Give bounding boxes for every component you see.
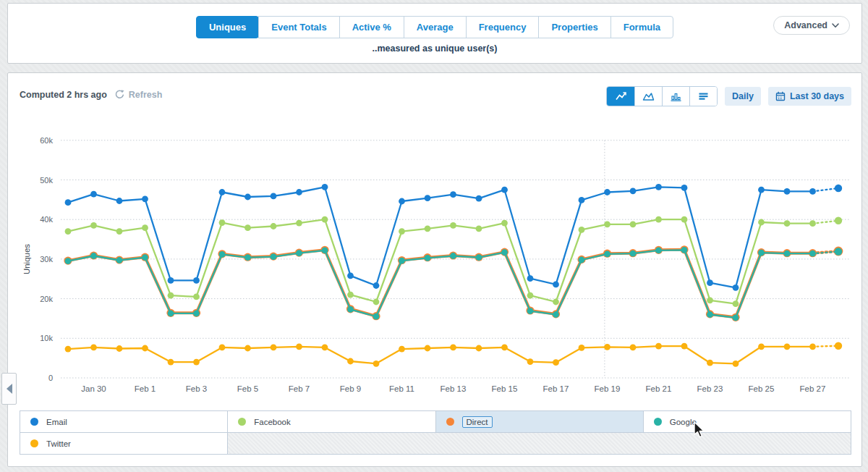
- stacked-chart-icon: [697, 90, 710, 102]
- bar-chart-icon: [670, 90, 682, 102]
- legend-label-email: Email: [46, 418, 67, 426]
- legend-item-email[interactable]: Email: [20, 411, 228, 433]
- calendar-icon: [775, 91, 786, 101]
- svg-text:Feb 25: Feb 25: [749, 384, 775, 393]
- chart-legend: EmailFacebookDirectGoogleTwitter: [20, 410, 851, 455]
- tab-event-totals[interactable]: Event Totals: [258, 16, 339, 38]
- legend-item-direct[interactable]: Direct: [436, 411, 644, 433]
- tab-formula[interactable]: Formula: [610, 16, 673, 38]
- svg-text:Uniques: Uniques: [22, 244, 31, 274]
- chart-panel: Computed 2 hrs ago Refresh: [7, 72, 862, 467]
- svg-text:Feb 13: Feb 13: [441, 384, 467, 393]
- svg-text:50k: 50k: [40, 176, 53, 185]
- legend-empty-cells: [228, 433, 851, 455]
- tab-properties[interactable]: Properties: [538, 16, 610, 38]
- svg-text:Feb 7: Feb 7: [289, 384, 310, 393]
- area-chart-icon: [642, 90, 655, 102]
- svg-text:Feb 3: Feb 3: [186, 384, 207, 393]
- legend-item-facebook[interactable]: Facebook: [228, 411, 435, 433]
- svg-text:10k: 10k: [40, 334, 53, 342]
- date-range-button[interactable]: Last 30 days: [768, 87, 851, 106]
- daily-interval-button[interactable]: Daily: [725, 87, 761, 106]
- area-chart-view-button[interactable]: [634, 87, 662, 106]
- legend-dot-twitter: [30, 439, 38, 447]
- svg-text:Feb 5: Feb 5: [237, 384, 258, 393]
- svg-text:Feb 1: Feb 1: [135, 384, 156, 393]
- legend-dot-email: [30, 418, 38, 426]
- series-email[interactable]: [65, 184, 843, 291]
- refresh-button[interactable]: Refresh: [114, 89, 163, 100]
- date-range-label: Last 30 days: [790, 91, 844, 101]
- series-twitter[interactable]: [65, 342, 843, 367]
- svg-text:Feb 21: Feb 21: [646, 384, 672, 393]
- refresh-label: Refresh: [129, 90, 163, 100]
- legend-label-facebook: Facebook: [254, 418, 291, 426]
- svg-text:Feb 19: Feb 19: [595, 384, 621, 393]
- svg-text:Feb 15: Feb 15: [492, 384, 518, 393]
- bar-chart-view-button[interactable]: [662, 87, 689, 106]
- tab-active-[interactable]: Active %: [339, 16, 404, 38]
- svg-text:Feb 23: Feb 23: [697, 384, 723, 393]
- svg-text:30k: 30k: [40, 255, 53, 264]
- tab-uniques[interactable]: Uniques: [196, 16, 259, 38]
- series-google[interactable]: [65, 247, 843, 321]
- metric-tabs: UniquesEvent TotalsActive %AverageFreque…: [8, 16, 861, 38]
- svg-text:20k: 20k: [40, 295, 53, 303]
- svg-text:Feb 11: Feb 11: [389, 384, 414, 393]
- uniques-line-chart: 010k20k30k40k50k60kJan 30Feb 1Feb 3Feb 5…: [8, 125, 863, 408]
- legend-item-twitter[interactable]: Twitter: [20, 433, 228, 455]
- tab-frequency[interactable]: Frequency: [466, 16, 540, 38]
- svg-text:0: 0: [48, 374, 53, 382]
- chevron-down-icon: [832, 23, 839, 28]
- collapse-panel-handle[interactable]: [1, 373, 17, 405]
- legend-dot-google: [654, 418, 662, 426]
- chart-type-toggle: [606, 86, 718, 106]
- collapse-left-icon: [7, 384, 12, 394]
- legend-dot-direct: [446, 418, 454, 426]
- daily-interval-label: Daily: [732, 91, 754, 101]
- refresh-icon: [114, 89, 125, 100]
- line-chart-icon: [615, 90, 627, 102]
- svg-text:60k: 60k: [40, 136, 53, 145]
- advanced-button-label: Advanced: [784, 20, 827, 30]
- metric-subtitle: ..measured as unique user(s): [8, 43, 861, 54]
- advanced-button[interactable]: Advanced: [773, 16, 850, 35]
- svg-text:Feb 9: Feb 9: [340, 384, 361, 393]
- stacked-chart-view-button[interactable]: [689, 87, 717, 106]
- svg-text:Feb 17: Feb 17: [543, 384, 569, 393]
- tab-average[interactable]: Average: [404, 16, 467, 38]
- svg-text:Jan 30: Jan 30: [81, 384, 106, 393]
- svg-text:Feb 27: Feb 27: [800, 384, 826, 393]
- legend-label-twitter: Twitter: [46, 439, 71, 448]
- series-facebook[interactable]: [65, 216, 843, 307]
- line-chart-view-button[interactable]: [607, 87, 634, 106]
- metric-toolbar-panel: UniquesEvent TotalsActive %AverageFreque…: [7, 3, 862, 64]
- legend-label-google: Google: [670, 418, 697, 426]
- legend-label-direct: Direct: [462, 416, 493, 428]
- svg-text:40k: 40k: [40, 215, 53, 224]
- legend-dot-facebook: [238, 418, 246, 426]
- legend-item-google[interactable]: Google: [644, 411, 851, 433]
- computed-timestamp: Computed 2 hrs ago: [20, 90, 107, 100]
